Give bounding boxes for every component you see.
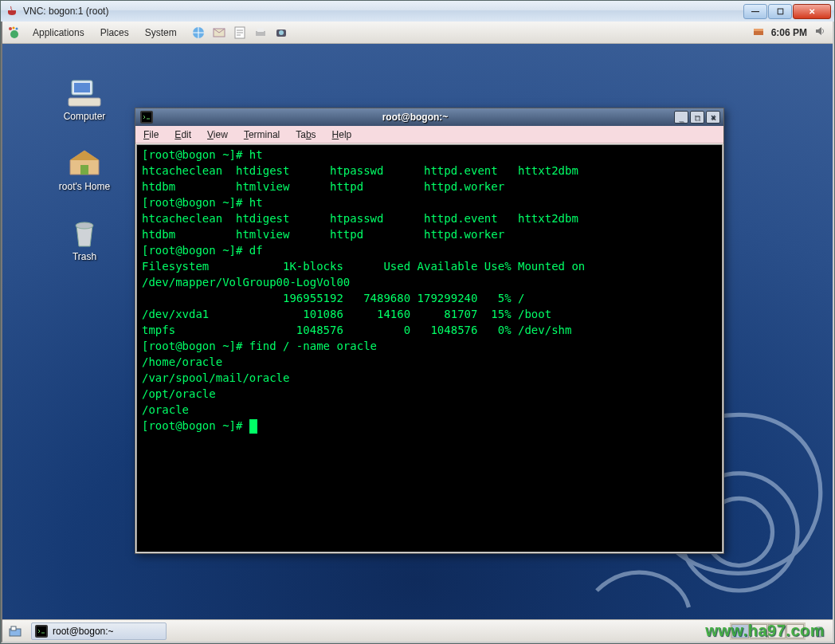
- svg-point-28: [815, 626, 823, 630]
- desktop-icon-home[interactable]: root's Home: [49, 147, 120, 192]
- panel-clock[interactable]: 6:06 PM: [771, 27, 807, 38]
- svg-point-21: [76, 222, 93, 229]
- terminal-menu-terminal[interactable]: TerminalTerminal: [236, 127, 288, 143]
- launcher-editor-icon[interactable]: [231, 24, 249, 41]
- svg-point-4: [10, 30, 18, 38]
- outer-window-title: VNC: bogon:1 (root): [23, 6, 108, 17]
- svg-rect-12: [257, 28, 264, 32]
- svg-point-14: [279, 30, 284, 35]
- taskbar-item-label: root@bogon:~: [53, 626, 114, 637]
- java-cup-icon: [6, 5, 18, 18]
- terminal-window[interactable]: root@bogon:~ _ □ × FFileile EditEdit Vie…: [135, 108, 724, 554]
- launcher-browser-icon[interactable]: [190, 24, 207, 41]
- launcher-screenshot-icon[interactable]: [272, 24, 290, 41]
- desktop-icon-computer[interactable]: Computer: [49, 77, 120, 122]
- launcher-email-icon[interactable]: [210, 24, 228, 41]
- home-folder-icon: [67, 147, 102, 179]
- terminal-menu-bar: FFileile EditEdit ViewView TerminalTermi…: [135, 126, 723, 143]
- desktop-icon-trash[interactable]: Trash: [49, 218, 120, 262]
- outer-close-button[interactable]: ✕: [793, 4, 831, 19]
- outer-maximize-button[interactable]: ☐: [768, 4, 792, 19]
- terminal-menu-view[interactable]: ViewView: [199, 127, 236, 143]
- svg-rect-18: [74, 83, 90, 92]
- terminal-title-bar[interactable]: root@bogon:~ _ □ ×: [135, 108, 723, 126]
- svg-rect-19: [69, 98, 100, 106]
- taskbar-item-terminal[interactable]: root@bogon:~: [31, 622, 167, 640]
- menu-places[interactable]: Places: [92, 24, 137, 41]
- vnc-remote-desktop[interactable]: Applications Places System 6:06 PM Compu…: [1, 22, 834, 643]
- svg-rect-27: [37, 626, 46, 636]
- desktop-icon-label: Trash: [73, 251, 96, 262]
- terminal-title-text: root@bogon:~: [158, 112, 672, 123]
- terminal-icon: [140, 111, 153, 124]
- svg-point-5: [9, 27, 12, 30]
- terminal-output[interactable]: [root@bogon ~]# ht htcacheclean htdigest…: [136, 144, 723, 552]
- terminal-menu-help[interactable]: HelpHelp: [324, 127, 360, 143]
- workspace-2[interactable]: [750, 624, 767, 638]
- svg-point-7: [16, 27, 18, 29]
- terminal-minimize-button[interactable]: _: [674, 111, 688, 124]
- workspace-switcher[interactable]: [730, 622, 806, 640]
- terminal-icon: [35, 625, 48, 638]
- panel-trash-icon[interactable]: [810, 622, 828, 640]
- gnome-bottom-panel: root@bogon:~: [2, 619, 833, 642]
- terminal-maximize-button[interactable]: □: [690, 111, 704, 124]
- svg-rect-20: [80, 165, 88, 175]
- gnome-foot-icon: [7, 26, 22, 40]
- terminal-menu-edit[interactable]: EditEdit: [167, 127, 199, 143]
- menu-system[interactable]: System: [137, 24, 185, 41]
- desktop-icon-label: Computer: [64, 111, 106, 122]
- show-desktop-button[interactable]: [6, 622, 25, 641]
- workspace-4[interactable]: [786, 624, 804, 638]
- outer-title-bar[interactable]: VNC: bogon:1 (root) — ☐ ✕: [1, 1, 834, 22]
- workspace-1[interactable]: [731, 624, 749, 638]
- svg-rect-16: [754, 29, 763, 31]
- svg-rect-25: [11, 626, 16, 630]
- terminal-menu-file[interactable]: FFileile: [135, 127, 167, 143]
- updates-icon[interactable]: [752, 25, 765, 40]
- workspace-3[interactable]: [768, 624, 786, 638]
- trash-icon: [67, 218, 102, 249]
- svg-rect-23: [142, 112, 151, 122]
- svg-point-6: [13, 26, 15, 29]
- menu-applications[interactable]: Applications: [25, 24, 92, 41]
- terminal-menu-tabs[interactable]: TabsTabs: [288, 127, 323, 143]
- vnc-outer-window: VNC: bogon:1 (root) — ☐ ✕ Applications P…: [0, 0, 835, 644]
- volume-icon[interactable]: [813, 25, 826, 40]
- terminal-close-button[interactable]: ×: [706, 111, 720, 124]
- desktop-icons: Computer root's Home Trash: [49, 77, 120, 262]
- launcher-print-icon[interactable]: [252, 24, 269, 41]
- computer-icon: [67, 77, 102, 109]
- gnome-top-panel: Applications Places System 6:06 PM: [2, 22, 833, 44]
- desktop-icon-label: root's Home: [59, 181, 110, 192]
- outer-minimize-button[interactable]: —: [743, 4, 767, 19]
